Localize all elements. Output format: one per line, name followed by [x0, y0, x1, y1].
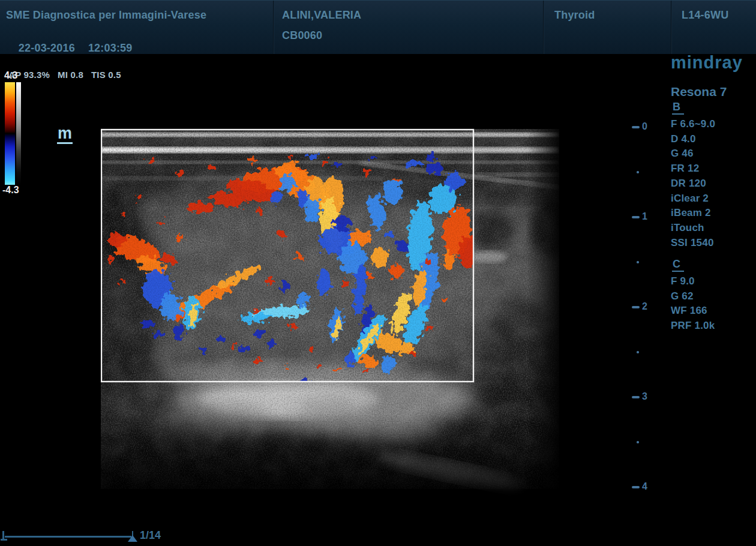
- ruler-depth-label: 0: [642, 121, 647, 132]
- facility-name: SME Diagnostica per Immagini-Varese: [6, 9, 206, 22]
- cine-position-marker[interactable]: [128, 535, 137, 542]
- b-param: D 4.0: [671, 132, 715, 147]
- b-params-list: F 6.6~9.0D 4.0G 46FR 12DR 120iClear 2iBe…: [671, 117, 715, 250]
- ruler-depth-label: 2: [642, 301, 647, 312]
- c-param: F 9.0: [671, 274, 715, 289]
- ruler-depth-label: 4: [642, 481, 647, 492]
- b-param: FR 12: [671, 161, 715, 176]
- patient-name: ALINI,VALERIA: [282, 9, 361, 22]
- mi-value: MI 0.8: [58, 70, 83, 80]
- b-param: SSI 1540: [671, 236, 715, 251]
- b-param: iTouch: [671, 221, 715, 236]
- c-param: PRF 1.0k: [671, 319, 715, 334]
- exam-time: 12:03:59: [88, 42, 133, 54]
- ruler-minor-tick: [637, 441, 639, 443]
- system-model: Resona 7: [671, 85, 727, 99]
- probe-orientation-marker: m: [57, 125, 73, 144]
- ruler-major-tick: [632, 216, 640, 218]
- color-mode-label: C: [672, 258, 684, 272]
- b-param: DR 120: [671, 176, 715, 191]
- b-mode-section: B: [672, 101, 684, 113]
- titlebar-divider: [543, 1, 544, 54]
- titlebar-divider: [671, 1, 672, 54]
- titlebar: SME Diagnostica per Immagini-Varese 22-0…: [0, 0, 756, 54]
- cine-progress-bar[interactable]: [5, 536, 131, 538]
- ruler-major-tick: [632, 486, 640, 488]
- ruler-major-tick: [632, 306, 640, 308]
- color-mode-section: C: [672, 258, 684, 271]
- probe-name: L14-6WU: [682, 9, 728, 22]
- c-param: G 62: [671, 289, 715, 304]
- cine-start-tick-foot: [1, 539, 7, 541]
- color-scale-max: 4.3: [4, 70, 17, 81]
- b-mode-label: B: [672, 101, 684, 115]
- doppler-color-bar: [5, 82, 15, 185]
- patient-id: CB0060: [282, 29, 322, 42]
- cine-frame-indicator: 1/14: [140, 529, 161, 542]
- b-param: F 6.6~9.0: [671, 117, 715, 132]
- color-scale-min: -4.3: [2, 185, 19, 196]
- ruler-depth-label: 1: [642, 211, 647, 222]
- ruler-minor-tick: [637, 171, 639, 173]
- ruler-major-tick: [632, 126, 640, 128]
- ruler-minor-tick: [637, 261, 639, 263]
- exam-type: Thyroid: [554, 9, 595, 22]
- ultrasound-image: [101, 54, 559, 513]
- bottom-edge-fade: [101, 414, 559, 508]
- ruler-minor-tick: [637, 351, 639, 353]
- ruler-depth-label: 3: [642, 391, 647, 402]
- b-param: G 46: [671, 146, 715, 161]
- mindray-logo: mindray: [671, 53, 743, 73]
- exam-date: 22-03-2016: [19, 42, 75, 54]
- b-param: iClear 2: [671, 191, 715, 206]
- ruler-major-tick: [632, 396, 640, 398]
- c-params-list: F 9.0G 62WF 166PRF 1.0k: [671, 274, 715, 334]
- titlebar-divider: [273, 1, 274, 54]
- grayscale-bar: [16, 82, 21, 185]
- b-param: iBeam 2: [671, 206, 715, 221]
- c-param: WF 166: [671, 304, 715, 319]
